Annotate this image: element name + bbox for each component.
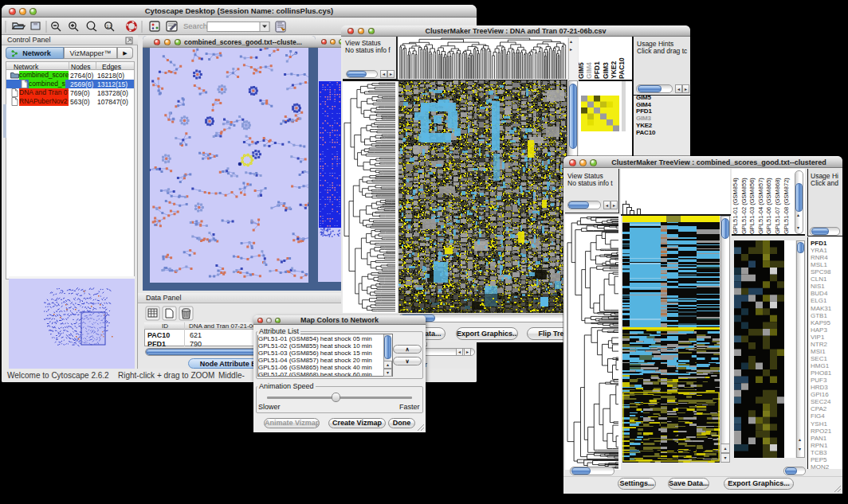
svg-text:GPL51-08 (GSM872): GPL51-08 (GSM872): [783, 178, 790, 234]
svg-text:PAC10: PAC10: [618, 57, 626, 79]
svg-text:GIM3: GIM3: [602, 62, 610, 79]
svg-text:PFD1: PFD1: [593, 61, 601, 79]
svg-text:GPL51-07 (GSM868): GPL51-07 (GSM868): [774, 178, 781, 234]
svg-text:YKE2: YKE2: [610, 61, 618, 79]
svg-text:GPL51-01 (GSM854): GPL51-01 (GSM854): [732, 178, 739, 234]
svg-text:GPL51-02 (GSM855): GPL51-02 (GSM855): [740, 178, 748, 234]
svg-text:GPL51-06 (GSM865): GPL51-06 (GSM865): [765, 178, 772, 234]
svg-text:GPL51-03 (GSM856): GPL51-03 (GSM856): [748, 178, 756, 234]
svg-text:GIM4: GIM4: [585, 62, 593, 79]
svg-text:GIM5: GIM5: [579, 62, 585, 79]
svg-text:Search:: Search:: [183, 21, 210, 30]
svg-text:GPL51-04 (GSM857): GPL51-04 (GSM857): [757, 178, 764, 234]
svg-text:1:1: 1:1: [107, 24, 112, 29]
